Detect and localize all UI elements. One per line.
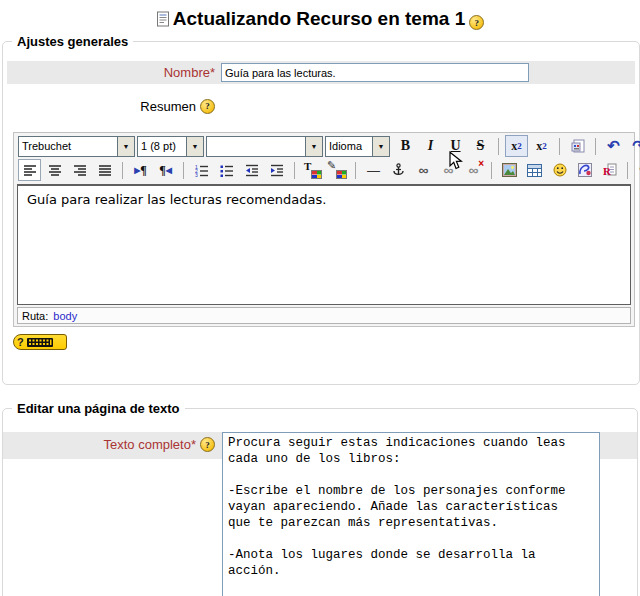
strikethrough-button[interactable]: S: [469, 135, 492, 157]
smiley-icon: [553, 163, 567, 177]
redo-button[interactable]: ↷: [627, 135, 640, 157]
justify-right-button[interactable]: [68, 159, 91, 181]
toolbar-separator: [294, 162, 295, 179]
toolbar-separator: [627, 162, 628, 179]
title-help-icon[interactable]: ?: [469, 15, 484, 30]
red-x-icon: ×: [478, 158, 484, 169]
toolbar-separator: [183, 162, 184, 179]
editor-path-bar: Ruta: body: [17, 307, 631, 324]
html-source-button[interactable]: <>: [634, 159, 640, 181]
toolbar-separator: [498, 138, 499, 155]
editor-content-area[interactable]: Guía para realizar las lecturas recomend…: [17, 184, 631, 305]
text-page-legend: Editar una página de texto: [12, 401, 185, 416]
general-settings-legend: Ajustes generales: [12, 34, 133, 49]
superscript-button[interactable]: x2: [530, 135, 553, 157]
editor-toolbar-row1: Trebuchet ▼ 1 (8 pt) ▼ ▼ Idioma ▼ B I U …: [16, 134, 632, 158]
text-page-fieldset: Editar una página de texto Texto complet…: [2, 401, 638, 596]
toolbar-separator: [595, 138, 596, 155]
toolbar-separator: [355, 162, 356, 179]
horizontal-rule-button[interactable]: —: [362, 159, 385, 181]
indent-button[interactable]: [265, 159, 288, 181]
justify-full-icon: [98, 164, 112, 177]
keyboard-icon: [27, 338, 53, 347]
path-body-link[interactable]: body: [53, 310, 77, 322]
outdent-button[interactable]: [240, 159, 263, 181]
unordered-list-button[interactable]: [215, 159, 238, 181]
justify-left-button[interactable]: [18, 159, 41, 181]
justify-left-icon: [23, 164, 37, 177]
texto-completo-row: Texto completo* ? Procura seguir estas i…: [7, 432, 633, 596]
justify-full-button[interactable]: [93, 159, 116, 181]
toolbar-separator: [559, 138, 560, 155]
insert-image-button[interactable]: [498, 159, 521, 181]
general-settings-fieldset: Ajustes generales Nombre* Resumen ? Treb…: [2, 34, 640, 385]
nombre-label: Nombre*: [7, 65, 215, 80]
text-page-icon: [156, 11, 170, 27]
anchor-icon: [392, 163, 405, 177]
pencil-icon: ✎: [327, 159, 336, 172]
ordered-list-icon: 1 2 3: [195, 164, 209, 177]
color-grid-icon: [311, 170, 322, 179]
svg-text:3: 3: [195, 172, 198, 177]
nolink-button[interactable]: ∞ ×: [462, 159, 485, 181]
justify-center-icon: [48, 164, 62, 177]
insert-table-button[interactable]: [523, 159, 546, 181]
insert-smiley-button[interactable]: [548, 159, 571, 181]
image-icon: [502, 163, 517, 177]
texto-completo-label: Texto completo*: [104, 437, 197, 452]
justify-center-button[interactable]: [43, 159, 66, 181]
subscript-button[interactable]: x2: [505, 135, 528, 157]
direction-rtl-button[interactable]: ¶◀: [154, 159, 177, 181]
toolbar-separator: [491, 162, 492, 179]
page-title-text: Actualizando Recurso en tema 1: [173, 8, 465, 30]
dropdown-arrow-icon: ▼: [305, 137, 322, 156]
resumen-help-icon[interactable]: ?: [200, 99, 215, 114]
texto-completo-textarea[interactable]: Procura seguir estas indicaciones cuando…: [222, 432, 600, 596]
resumen-row: Resumen ?: [7, 96, 635, 116]
italic-button[interactable]: I: [419, 135, 442, 157]
page-title: Actualizando Recurso en tema 1 ?: [0, 0, 640, 30]
find-replace-icon: R: [603, 163, 617, 177]
dropdown-arrow-icon: ▼: [117, 137, 134, 156]
ordered-list-button[interactable]: 1 2 3: [190, 159, 213, 181]
toolbar-separator: [122, 162, 123, 179]
bold-button[interactable]: B: [394, 135, 417, 157]
editor-toolbar-row2: ▶¶ ¶◀ 1 2 3: [16, 158, 632, 182]
find-replace-button[interactable]: R: [598, 159, 621, 181]
highlight-color-button[interactable]: ✎: [326, 159, 349, 181]
unlink-button[interactable]: ∞: [437, 159, 460, 181]
special-char-icon: [578, 163, 592, 177]
text-color-button[interactable]: T: [301, 159, 324, 181]
justify-right-icon: [73, 164, 87, 177]
keyboard-help-button[interactable]: ?: [13, 334, 67, 350]
format-select[interactable]: ▼: [206, 136, 323, 157]
direction-ltr-button[interactable]: ▶¶: [129, 159, 152, 181]
font-size-select[interactable]: 1 (8 pt) ▼: [137, 136, 204, 157]
link-button[interactable]: ∞: [412, 159, 435, 181]
dropdown-arrow-icon: ▼: [372, 137, 389, 156]
svg-text:R: R: [603, 165, 612, 177]
indent-icon: [270, 164, 284, 177]
outdent-icon: [245, 164, 259, 177]
anchor-button[interactable]: [387, 159, 410, 181]
dropdown-arrow-icon: ▼: [186, 137, 203, 156]
word-cleaner-icon: [571, 139, 585, 154]
resumen-label: Resumen: [140, 99, 196, 114]
insert-char-button[interactable]: [573, 159, 596, 181]
undo-button[interactable]: ↶: [602, 135, 625, 157]
word-cleaner-button[interactable]: [566, 135, 589, 157]
font-family-select[interactable]: Trebuchet ▼: [18, 136, 135, 157]
texto-completo-help-icon[interactable]: ?: [200, 437, 215, 452]
language-select[interactable]: Idioma ▼: [325, 136, 390, 157]
unordered-list-icon: [220, 164, 234, 177]
html-editor: Trebuchet ▼ 1 (8 pt) ▼ ▼ Idioma ▼ B I U …: [13, 132, 635, 327]
nombre-input[interactable]: [221, 63, 529, 82]
nombre-row: Nombre*: [7, 61, 635, 84]
table-icon: [527, 164, 542, 177]
path-label: Ruta:: [22, 310, 48, 322]
underline-button[interactable]: U: [444, 135, 467, 157]
color-grid-icon: [336, 170, 347, 179]
